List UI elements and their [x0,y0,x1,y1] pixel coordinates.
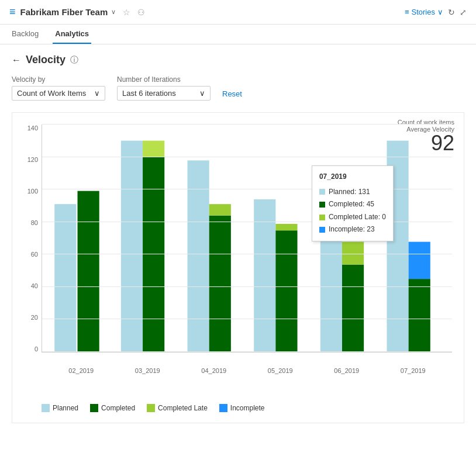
header: ≡ Fabrikam Fiber Team ∨ ☆ ⚇ ≡ Stories ∨ … [0,0,476,25]
legend-planned: Planned [42,404,78,412]
tooltip-incomplete-color [319,227,325,233]
tooltip-incomplete-label: Incomplete: 23 [329,223,375,236]
y-label-20: 20 [31,314,38,321]
legend-completed: Completed [90,404,135,412]
y-label-140: 140 [27,125,38,132]
chart-area: 140 120 100 80 60 40 20 0 [12,119,464,382]
x-label-07-2019: 07_2019 [401,367,426,374]
legend-completed-late-color [147,404,155,412]
team-chevron-icon[interactable]: ∨ [111,8,116,16]
refresh-button[interactable]: ↻ [448,8,455,17]
y-label-60: 60 [31,251,38,258]
tooltip-completed: Completed: 45 [319,198,386,211]
legend-completed-late-label: Completed Late [158,404,208,412]
legend-planned-color [42,404,50,412]
header-actions: ≡ Stories ∨ ↻ ⤢ [405,8,467,17]
y-axis: 140 120 100 80 60 40 20 0 [12,125,42,353]
legend-planned-label: Planned [53,404,78,412]
help-button[interactable]: ⓘ [70,55,78,65]
filters: Velocity by Count of Work Items ∨ Number… [12,75,464,101]
legend-incomplete: Incomplete [219,404,265,412]
legend-incomplete-label: Incomplete [230,404,265,412]
team-members-icon[interactable]: ⚇ [137,8,145,17]
stories-icon: ≡ [405,8,409,16]
tooltip-completed-late-label: Completed Late: 0 [329,211,386,224]
legend-incomplete-color [219,404,227,412]
chart-container: Count of work items Average Velocity 92 … [12,112,464,423]
iterations-filter: Number of Iterations Last 6 iterations ∨ [117,75,211,101]
chart-legend: Planned Completed Completed Late Incompl… [12,399,464,417]
y-label-0: 0 [35,345,38,353]
legend-completed-color [90,404,98,412]
y-label-100: 100 [27,188,38,195]
x-label-02-2019: 02_2019 [68,367,94,374]
page-title: Velocity [26,54,65,66]
nav-tabs: Backlog Analytics [0,25,476,44]
velocity-by-filter: Velocity by Count of Work Items ∨ [12,75,105,101]
iterations-select[interactable]: Last 6 iterations ∨ [117,86,211,101]
velocity-by-chevron-icon: ∨ [94,89,100,98]
y-label-80: 80 [31,219,38,226]
iterations-label: Number of Iterations [117,75,211,84]
tooltip-completed-label: Completed: 45 [329,198,374,211]
iterations-chevron-icon: ∨ [199,89,205,98]
tooltip-completed-color [319,202,325,208]
stories-label: Stories [412,8,435,16]
favorite-icon[interactable]: ☆ [123,8,130,17]
tooltip-title: 07_2019 [319,171,386,184]
tooltip-planned-label: Planned: 131 [329,186,370,199]
stories-button[interactable]: ≡ Stories ∨ [405,8,443,16]
x-label-05-2019: 05_2019 [268,367,293,374]
y-label-120: 120 [27,156,38,163]
stories-chevron-icon: ∨ [437,8,443,16]
velocity-by-select[interactable]: Count of Work Items ∨ [12,86,105,101]
tooltip-incomplete: Incomplete: 23 [319,223,386,236]
velocity-by-value: Count of Work Items [17,89,86,98]
reset-button[interactable]: Reset [222,87,242,101]
tooltip-planned-color [319,189,325,195]
team-name: Fabrikam Fiber Team [20,7,108,17]
iterations-value: Last 6 iterations [122,89,176,98]
velocity-by-label: Velocity by [12,75,105,84]
expand-button[interactable]: ⤢ [460,8,467,17]
content: ← Velocity ⓘ Velocity by Count of Work I… [0,44,476,433]
y-label-40: 40 [31,282,38,289]
tooltip-completed-late: Completed Late: 0 [319,211,386,224]
tab-backlog[interactable]: Backlog [9,25,41,44]
tab-analytics[interactable]: Analytics [53,25,91,44]
tooltip-completed-late-color [319,215,325,220]
x-label-06-2019: 06_2019 [334,367,359,374]
app-icon: ≡ [9,6,16,18]
legend-completed-label: Completed [101,404,135,412]
chart-tooltip: 07_2019 Planned: 131 Completed: 45 Compl… [312,165,394,241]
page-header: ← Velocity ⓘ [12,54,464,66]
x-label-03-2019: 03_2019 [135,367,160,374]
tooltip-planned: Planned: 131 [319,186,386,199]
x-label-04-2019: 04_2019 [201,367,226,374]
back-button[interactable]: ← [12,55,21,65]
legend-completed-late: Completed Late [147,404,208,412]
